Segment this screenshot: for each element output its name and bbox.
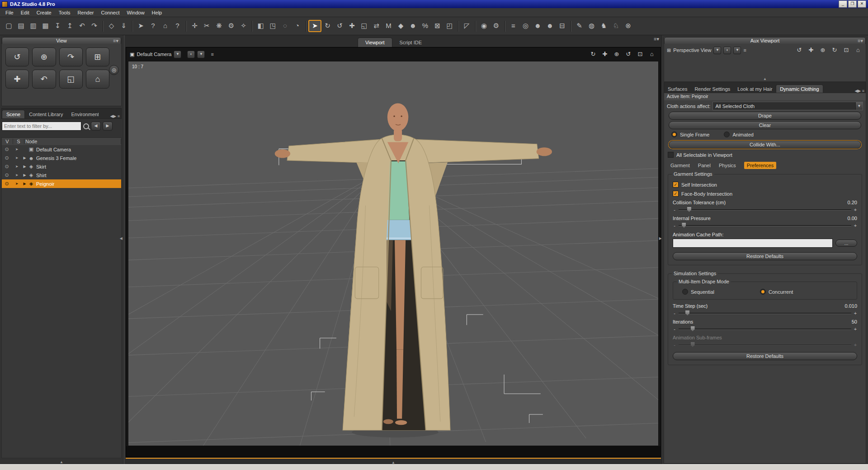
rotate-button[interactable]: ↶ — [32, 70, 56, 89]
selection-cube-icon[interactable]: ◌ — [279, 20, 291, 32]
axes-cube-icon[interactable]: ◳ — [267, 20, 279, 32]
menu-tools[interactable]: Tools — [55, 9, 74, 16]
expand-arrow-icon[interactable]: ▶ — [22, 164, 28, 169]
slider-thumb[interactable] — [687, 207, 691, 212]
frame-view-icon[interactable]: ⊡ — [635, 49, 645, 59]
connect-globe-icon[interactable]: ⊗ — [622, 20, 634, 32]
selectable-icon[interactable]: ➤ — [12, 182, 22, 186]
tab-look-at-my-hair[interactable]: Look at my Hair — [734, 85, 776, 93]
merge-file-icon[interactable]: ▥ — [27, 20, 39, 32]
animated-radio[interactable] — [724, 132, 730, 137]
geometry-editor-icon[interactable]: ◰ — [443, 20, 456, 32]
whats-this-icon[interactable]: ➤ — [135, 20, 147, 32]
surfaces-tool-icon[interactable]: ✂ — [201, 20, 213, 32]
visibility-eye-icon[interactable]: ⊙ — [2, 155, 12, 161]
tab-viewport[interactable]: Viewport — [358, 38, 392, 47]
filter-back-button[interactable]: ◀ — [91, 122, 101, 131]
pane-list-icon[interactable]: ≡ — [211, 52, 213, 57]
twist-tool-icon[interactable]: ↺ — [334, 20, 346, 32]
new-file-icon[interactable]: ▢ — [3, 20, 15, 32]
selectable-icon[interactable]: ➤ — [12, 173, 22, 177]
slider-track[interactable] — [679, 207, 851, 212]
scene-tree-row[interactable]: ⊙➤▶◈Shirt — [2, 171, 121, 179]
pan-button[interactable]: ✚ — [5, 70, 29, 89]
aux-viewport-tab[interactable]: Aux Viewport — [664, 37, 866, 44]
column-selectable[interactable]: S — [13, 139, 24, 144]
selectable-icon[interactable]: ➤ — [12, 164, 22, 169]
weight-map-tool-icon[interactable]: M — [382, 20, 395, 32]
concurrent-radio[interactable] — [760, 289, 766, 295]
view-pane-tab[interactable]: View — [2, 37, 121, 44]
menu-window[interactable]: Window — [123, 9, 148, 16]
collide-with-button[interactable]: Collide With... — [669, 141, 861, 149]
slider-decrement[interactable]: - — [673, 342, 676, 348]
tab-pager-arrows[interactable]: ◀▶ ≡ — [108, 114, 121, 118]
menu-file[interactable]: File — [2, 9, 17, 16]
tab-surfaces[interactable]: Surfaces — [664, 85, 691, 93]
mascot-icon[interactable]: ♞ — [598, 20, 610, 32]
drawstyle-dropdown-arrow[interactable]: ▼ — [197, 51, 205, 58]
slider-decrement[interactable]: - — [673, 207, 676, 212]
selectable-icon[interactable]: ➤ — [12, 147, 22, 151]
subtab-panel[interactable]: Panel — [698, 163, 711, 168]
spin-view-icon[interactable]: ↻ — [588, 49, 598, 59]
drawstyle-icon[interactable]: ◐ — [187, 51, 195, 58]
zoom-view-icon[interactable]: ⊕ — [612, 49, 622, 59]
translate-tool-icon[interactable]: ✚ — [346, 20, 358, 32]
visibility-eye-icon[interactable]: ⊙ — [2, 172, 12, 178]
slider-track[interactable] — [679, 326, 851, 332]
help-icon[interactable]: ? — [147, 20, 159, 32]
snowflake-tool-icon[interactable]: ❋ — [213, 20, 225, 32]
open-file-icon[interactable]: ▤ — [15, 20, 27, 32]
pane-list-icon[interactable]: ≡ — [743, 47, 746, 53]
scale-tool-icon[interactable]: ◱ — [358, 20, 370, 32]
aux-zoom-icon[interactable]: ⊕ — [818, 45, 828, 55]
restore-defaults-button[interactable]: Restore Defaults — [673, 252, 857, 260]
export-assets-icon[interactable]: ⊟ — [556, 20, 568, 32]
scroll-up-hint-icon[interactable]: ▲ — [60, 460, 63, 464]
aux-pan-icon[interactable]: ✚ — [806, 45, 816, 55]
fit-selected-icon[interactable]: ◇ — [105, 20, 118, 32]
left-panel-collapse-handle[interactable]: ◀ — [120, 236, 123, 240]
visibility-eye-icon[interactable]: ⊙ — [2, 164, 12, 169]
all-selectable-checkbox[interactable] — [668, 152, 674, 158]
drop-to-floor-icon[interactable]: ⇓ — [118, 20, 130, 32]
figure-peignoir[interactable] — [275, 103, 552, 437]
align-pane-icon[interactable]: ≡ — [507, 20, 519, 32]
subtab-preferences[interactable]: Preferences — [744, 162, 776, 169]
interactive-lessons-icon[interactable]: ? — [171, 20, 184, 32]
aux-camera-dropdown-arrow[interactable]: ▼ — [713, 47, 721, 54]
scene-tree-row[interactable]: ⊙➤▶◈Skirt — [2, 162, 121, 171]
render-settings-icon[interactable]: ⚙ — [490, 20, 502, 32]
tab-scene[interactable]: Scene — [2, 110, 25, 118]
percent-tool-icon[interactable]: % — [419, 20, 431, 32]
column-node[interactable]: Node — [24, 139, 121, 144]
zoom-button[interactable]: ⊕ — [32, 47, 56, 66]
aux-orbit-icon[interactable]: ↺ — [794, 45, 804, 55]
menu-edit[interactable]: Edit — [17, 9, 33, 16]
mascot2-icon[interactable]: ♘ — [610, 20, 622, 32]
pan-view-icon[interactable]: ✚ — [600, 49, 610, 59]
slider-increment[interactable]: + — [854, 223, 857, 228]
visibility-eye-icon[interactable]: ⊙ — [2, 181, 12, 187]
expand-arrow-icon[interactable]: ▶ — [22, 156, 28, 160]
home-view-icon[interactable]: ⌂ — [647, 49, 657, 59]
slider-track[interactable] — [679, 310, 851, 316]
home-button[interactable]: ⌂ — [86, 70, 109, 89]
aux-drawstyle-icon[interactable]: ◐ — [723, 47, 731, 54]
frame-button[interactable]: ⊞ — [86, 47, 109, 66]
aux-drawstyle-dropdown-arrow[interactable]: ▼ — [733, 47, 741, 54]
node-selection-tool-icon[interactable]: ➤ — [308, 20, 321, 32]
slider-track[interactable] — [679, 342, 851, 348]
tab-script-ide[interactable]: Script IDE — [392, 38, 429, 47]
column-visibility[interactable]: V — [2, 139, 13, 144]
clear-button[interactable]: Clear — [669, 121, 861, 129]
redo-icon[interactable]: ↷ — [88, 20, 100, 32]
drape-button[interactable]: Drape — [669, 112, 861, 120]
aux-home-icon[interactable]: ⌂ — [853, 45, 863, 55]
camera-keyframe-icon[interactable]: ◧ — [255, 20, 267, 32]
ik-chain-tool-icon[interactable]: ⇄ — [370, 20, 382, 32]
titlebar[interactable]: DAZ Studio 4.8 Pro _ ❐ ✕ — [0, 0, 868, 8]
spray-tool-icon[interactable]: ✧ — [237, 20, 250, 32]
orbit-button[interactable]: ↺ — [5, 47, 29, 66]
